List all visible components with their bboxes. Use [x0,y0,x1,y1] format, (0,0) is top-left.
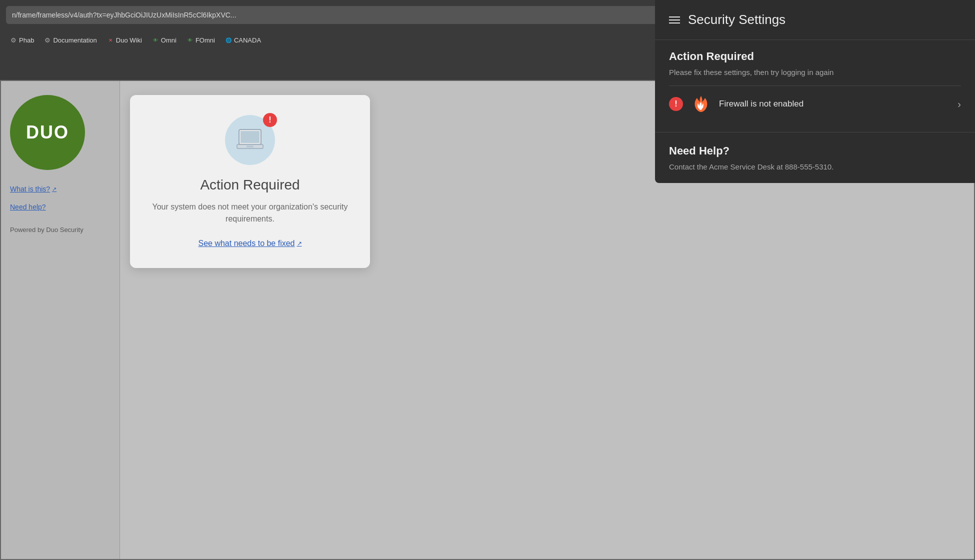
action-required-dialog: ! Action Required Your system does not m… [130,95,370,268]
dialog-title: Action Required [200,177,300,193]
cross-icon: ✕ [107,36,114,44]
gear-icon: ⚙ [44,36,51,44]
bookmark-fomni[interactable]: 👁 FOmni [182,35,219,46]
duo-logo: DUO [10,95,85,170]
eye-icon: 👁 [152,36,159,44]
external-link-icon-2: ↗ [297,240,302,247]
address-text: n/frame/frameless/v4/auth?tx=eyJhbGciOiJ… [12,11,236,19]
fire-icon-container [691,94,711,114]
firewall-item[interactable]: ! Firewall is not enabled › [669,86,961,122]
see-what-needs-link[interactable]: See what needs to be fixed ↗ [198,239,302,248]
bookmark-documentation[interactable]: ⚙ Documentation [40,35,100,46]
svg-rect-3 [246,146,254,148]
bookmark-duo-wiki-label: Duo Wiki [116,36,142,44]
globe-icon: 🌐 [225,36,232,44]
panel-header: Security Settings [655,0,975,40]
bookmark-phab[interactable]: ⚙ Phab [6,35,38,46]
powered-by: Powered by Duo Security [10,226,110,234]
security-settings-panel: Security Settings Action Required Please… [655,0,975,183]
help-section: Need Help? Contact the Acme Service Desk… [655,132,975,183]
bookmark-omni-label: Omni [161,36,176,44]
gear-icon: ⚙ [10,36,17,44]
chevron-right-icon: › [958,98,961,110]
bookmark-omni[interactable]: 👁 Omni [148,35,180,46]
bookmark-fomni-label: FOmni [196,36,215,44]
external-link-icon: ↗ [52,186,56,192]
svg-rect-1 [240,131,260,143]
need-help-text: Need help? [10,203,46,211]
bookmark-duo-wiki[interactable]: ✕ Duo Wiki [103,35,146,46]
panel-title: Security Settings [688,12,786,28]
bookmark-canada-label: CANADA [234,36,261,44]
dialog-icon-container: ! [225,115,275,165]
help-title: Need Help? [669,144,961,158]
help-text: Contact the Acme Service Desk at 888-555… [669,162,961,171]
left-sidebar: DUO What is this? ↗ Need help? Powered b… [0,80,120,560]
bookmark-canada[interactable]: 🌐 CANADA [221,35,265,46]
firewall-label: Firewall is not enabled [719,99,950,109]
need-help-link[interactable]: Need help? [10,203,110,211]
alert-badge: ! [263,113,277,127]
action-required-subtitle: Please fix these settings, then try logg… [669,68,961,76]
action-required-title: Action Required [669,50,961,63]
dialog-message: Your system does not meet your organizat… [150,201,350,225]
fire-icon [693,95,709,113]
duo-logo-text: DUO [26,122,69,143]
action-required-section: Action Required Please fix these setting… [655,40,975,132]
what-is-this-text: What is this? [10,185,50,193]
laptop-icon [235,128,265,152]
what-is-this-link[interactable]: What is this? ↗ [10,185,110,193]
bookmark-phab-label: Phab [19,36,34,44]
eye-icon-2: 👁 [186,36,194,44]
see-what-needs-text: See what needs to be fixed [198,239,294,248]
hamburger-menu-icon[interactable] [669,16,680,24]
bookmark-documentation-label: Documentation [53,36,96,44]
warning-circle-icon: ! [669,97,683,111]
